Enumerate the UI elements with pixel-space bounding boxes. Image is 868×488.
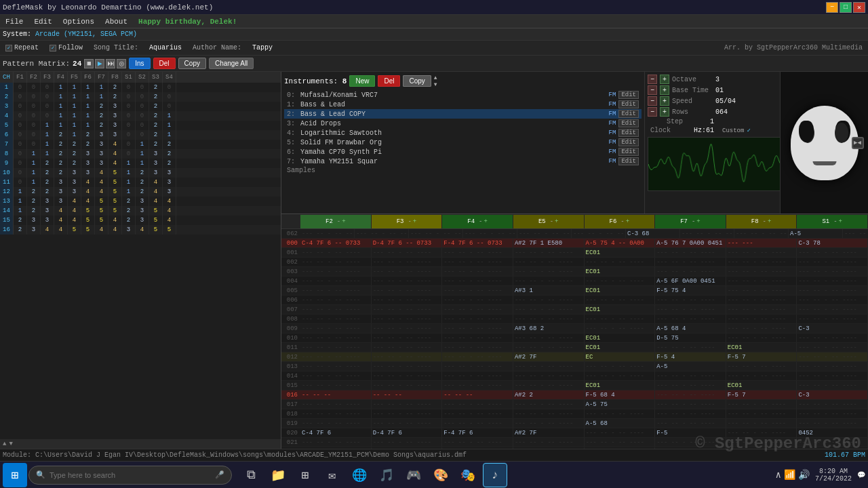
matrix-val-cell[interactable]: 2 — [136, 178, 149, 187]
tray-sound[interactable]: 🔊 — [798, 469, 810, 481]
tracker-cell[interactable]: --- -- - -- ---- — [585, 409, 656, 418]
matrix-val-cell[interactable]: 5 — [149, 216, 163, 225]
matrix-val-cell[interactable]: 1 — [95, 83, 108, 92]
tracker-cell[interactable]: --- -- - -- ---- — [372, 286, 443, 295]
tracker-cell[interactable]: --- -- - -- ---- — [797, 343, 868, 352]
matrix-ch-cell[interactable]: 8 — [0, 149, 14, 159]
tracker-cell[interactable]: --- -- - -- ---- — [513, 305, 585, 314]
matrix-val-cell[interactable]: 0 — [122, 149, 136, 159]
matrix-val-cell[interactable]: 0 — [163, 83, 176, 92]
matrix-val-cell[interactable]: 5 — [108, 187, 122, 197]
matrix-val-cell[interactable]: 4 — [68, 197, 81, 206]
tracker-cell[interactable]: --- -- - -- ---- — [726, 438, 797, 447]
matrix-val-cell[interactable]: 1 — [68, 111, 81, 121]
tracker-cell[interactable]: EC01 — [585, 286, 656, 295]
tracker-cell[interactable]: --- -- - -- ---- — [655, 267, 726, 276]
tracker-cell[interactable]: -- -- -- — [372, 390, 443, 399]
tracker-cell[interactable]: --- -- - -- ---- — [300, 362, 372, 371]
tracker-cell[interactable]: --- -- - -- ---- — [372, 248, 443, 257]
tracker-cell[interactable]: --- -- - -- ---- — [442, 305, 513, 314]
tracker-cell[interactable]: --- -- - -- ---- — [655, 305, 726, 314]
matrix-val-cell[interactable]: 2 — [149, 140, 163, 149]
tracker-cell[interactable]: --- -- - -- ---- — [355, 229, 409, 238]
tracker-cell[interactable]: --- -- - -- ---- — [442, 371, 513, 380]
matrix-val-cell[interactable]: 2 — [163, 159, 176, 168]
instrument-item[interactable]: 7:Yamaha YM2151 SquarFMEdit — [284, 157, 642, 166]
tracker-cell[interactable]: --- -- - -- ---- — [300, 286, 372, 295]
tracker-cell[interactable]: --- -- - -- ---- — [513, 333, 585, 342]
tracker-cell[interactable]: C-4 7F 6 -- 0733 — [300, 239, 372, 247]
matrix-ch-cell[interactable]: 7 — [0, 140, 14, 149]
tracker-cell[interactable]: --- -- - -- ---- — [726, 333, 797, 342]
tracker-cell[interactable]: --- -- - -- ---- — [442, 296, 513, 304]
tracker-cell[interactable]: EC01 — [585, 333, 656, 342]
tracker-cell[interactable]: --- -- - -- ---- — [300, 400, 372, 409]
matrix-val-cell[interactable]: 3 — [68, 178, 81, 187]
matrix-val-cell[interactable]: 3 — [136, 216, 149, 225]
app3-icon[interactable]: 🎨 — [429, 463, 453, 487]
matrix-val-cell[interactable]: 3 — [68, 168, 81, 178]
tracker-cell[interactable]: --- -- - -- ---- — [655, 381, 726, 390]
tracker-cell[interactable]: --- -- - -- ---- — [797, 314, 868, 323]
matrix-val-cell[interactable]: 5 — [108, 168, 122, 178]
matrix-val-cell[interactable]: 0 — [122, 102, 136, 111]
tracker-cell[interactable]: --- -- - -- ---- — [726, 371, 797, 380]
matrix-val-cell[interactable]: 4 — [108, 159, 122, 168]
tracker-cell[interactable]: F-4 7F 6 -- 0733 — [442, 239, 513, 247]
matrix-val-cell[interactable]: 2 — [122, 197, 136, 206]
app4-icon[interactable]: 🎭 — [456, 463, 480, 487]
matrix-val-cell[interactable]: 5 — [81, 216, 95, 225]
matrix-val-cell[interactable]: 0 — [136, 102, 149, 111]
matrix-val-cell[interactable]: 1 — [54, 92, 68, 102]
tracker-cell[interactable]: EC — [585, 352, 656, 361]
tracker-cell[interactable]: F-5 7 — [726, 390, 797, 399]
matrix-val-cell[interactable]: 3 — [163, 187, 176, 197]
matrix-val-cell[interactable]: 1 — [136, 149, 149, 159]
tracker-cell[interactable]: --- -- - -- ---- — [726, 296, 797, 304]
matrix-val-cell[interactable]: 2 — [41, 187, 54, 197]
tracker-cell[interactable]: --- -- - -- ---- — [442, 381, 513, 390]
tracker-cell[interactable]: --- -- - -- ---- — [300, 447, 372, 449]
tracker-cell[interactable]: --- -- - -- ---- — [300, 438, 372, 447]
tracker-cell[interactable]: --- -- - -- ---- — [442, 324, 513, 333]
inst-edit-button[interactable]: Edit — [618, 138, 639, 146]
tracker-cell[interactable]: --- -- - -- ---- — [442, 409, 513, 418]
matrix-val-cell[interactable]: 0 — [163, 102, 176, 111]
tracker-cell[interactable]: --- -- - -- ---- — [655, 419, 726, 428]
tracker-cell[interactable]: C-3 78 — [797, 239, 868, 247]
tracker-cell[interactable]: --- -- - -- ---- — [655, 258, 726, 266]
matrix-val-cell[interactable]: 2 — [41, 168, 54, 178]
matrix-val-cell[interactable]: 1 — [163, 130, 176, 140]
tracker-cell[interactable]: --- -- - -- ---- — [726, 258, 797, 266]
tracker-cell[interactable]: --- -- - -- ---- — [513, 362, 585, 371]
instrument-item[interactable]: 5:Solid FM Drawbar OrgFMEdit — [284, 138, 642, 147]
menu-about[interactable]: About — [102, 17, 130, 26]
tracker-cell[interactable]: --- -- - -- ---- — [513, 248, 585, 257]
matrix-val-cell[interactable]: 1 — [27, 168, 41, 178]
basetime-plus[interactable]: + — [660, 85, 669, 95]
file-explorer-icon[interactable]: 📁 — [266, 463, 290, 487]
matrix-val-cell[interactable]: 2 — [149, 121, 163, 130]
tracker-cell[interactable]: --- -- - -- ---- — [655, 400, 726, 409]
tracker-cell[interactable]: --- -- - -- ---- — [797, 305, 868, 314]
tracker-row[interactable]: 001--- -- - -- ------- -- - -- ------- -… — [281, 248, 868, 258]
matrix-val-cell[interactable]: 2 — [136, 168, 149, 178]
matrix-val-cell[interactable]: 3 — [108, 111, 122, 121]
follow-checkbox[interactable]: ✓ — [50, 45, 56, 52]
tracker-cell[interactable]: --- -- - -- ---- — [585, 428, 656, 437]
tracker-cell[interactable]: --- -- - -- ---- — [300, 352, 372, 361]
matrix-val-cell[interactable]: 0 — [122, 92, 136, 102]
tracker-cell[interactable]: F-5 68 4 — [585, 390, 656, 399]
tracker-cell[interactable]: --- -- - -- ---- — [442, 352, 513, 361]
tracker-cell[interactable]: --- -- - -- ---- — [300, 314, 372, 323]
tracker-cell[interactable]: --- -- - -- ---- — [372, 362, 443, 371]
scroll-down-icon[interactable]: ▼ — [9, 441, 12, 447]
tracker-cell[interactable]: EC01 — [585, 248, 656, 257]
matrix-val-cell[interactable]: 0 — [41, 83, 54, 92]
tracker-row[interactable]: 062--- -- - -- ------- -- - -- ------- -… — [281, 229, 868, 239]
matrix-val-cell[interactable]: 2 — [54, 149, 68, 159]
matrix-val-cell[interactable]: 0 — [14, 140, 27, 149]
chan-header-s1[interactable]: S1-+ — [797, 215, 867, 228]
tracker-cell[interactable]: --- -- - -- ---- — [513, 343, 585, 352]
play-button[interactable]: ▶ — [95, 59, 104, 68]
